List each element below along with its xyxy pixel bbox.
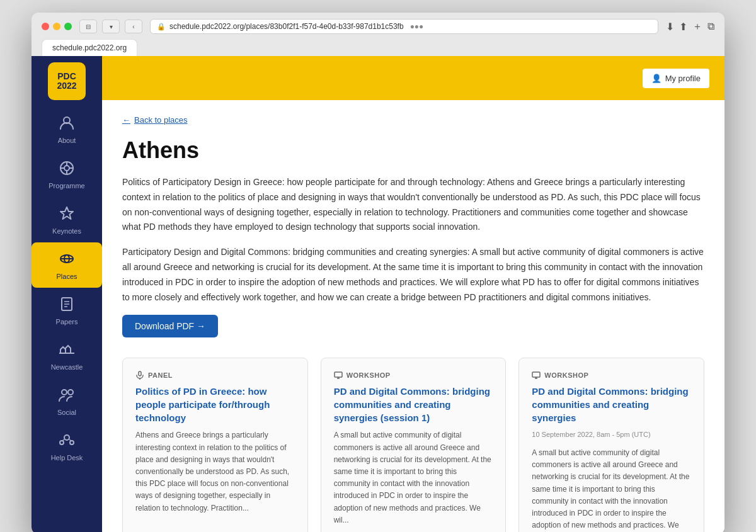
traffic-lights: [42, 23, 72, 30]
sidebar-item-newcastle-label: Newcastle: [51, 363, 83, 371]
monitor-icon-3: [532, 371, 541, 380]
sidebar-logo[interactable]: PDC 2022: [48, 62, 86, 100]
back-btn[interactable]: ‹: [125, 20, 142, 33]
browser-tabs: schedule.pdc2022.org: [42, 39, 714, 56]
sidebar-item-places-label: Places: [56, 273, 77, 280]
back-to-places-link[interactable]: ← Back to places: [122, 115, 704, 125]
traffic-light-minimize[interactable]: [53, 23, 60, 30]
page-title: Athens: [122, 137, 704, 164]
about-icon: [58, 114, 76, 134]
session-type-1: PANEL: [135, 371, 295, 380]
sidebar-item-helpdesk[interactable]: Help Desk: [32, 424, 102, 469]
description-2: Participatory Design and Digital Commons…: [122, 245, 704, 305]
sidebar-item-programme-label: Programme: [49, 182, 84, 190]
tabs-icon[interactable]: ⧉: [707, 21, 714, 32]
svg-point-15: [62, 390, 67, 395]
traffic-light-close[interactable]: [42, 23, 49, 30]
my-profile-label: My profile: [665, 74, 701, 83]
papers-icon: [58, 295, 76, 315]
person-icon: 👤: [651, 74, 662, 83]
microphone-icon: [135, 371, 144, 380]
session-type-3: WORKSHOP: [532, 371, 691, 380]
session-type-label-1: PANEL: [148, 371, 173, 379]
main-content: ← Back to places Athens Politics of Part…: [102, 100, 724, 532]
traffic-light-fullscreen[interactable]: [64, 23, 72, 30]
arrow-left-icon: ←: [122, 115, 130, 125]
session-title-2[interactable]: PD and Digital Commons: bridging communi…: [334, 385, 493, 424]
description-1: Politics of Participatory Design in Gree…: [122, 175, 704, 235]
sidebar-item-papers[interactable]: Papers: [32, 288, 102, 333]
active-tab[interactable]: schedule.pdc2022.org: [42, 39, 137, 56]
sidebar: PDC 2022 About: [32, 56, 102, 532]
browser-window: ⊟ ▾ ‹ 🔒 schedule.pdc2022.org/places/83b0…: [32, 13, 724, 532]
download-pdf-button[interactable]: Download PDF →: [122, 315, 218, 337]
session-type-label-3: WORKSHOP: [544, 371, 588, 379]
sidebar-toggle-btn[interactable]: ⊟: [79, 20, 97, 33]
sidebar-item-newcastle[interactable]: Newcastle: [32, 333, 102, 378]
chevron-dropdown-btn[interactable]: ▾: [102, 20, 120, 33]
session-card-1: PANEL Politics of PD in Greece: how peop…: [122, 358, 308, 532]
session-type-label-2: WORKSHOP: [346, 371, 391, 379]
logo-text: PDC 2022: [57, 72, 76, 91]
my-profile-button[interactable]: 👤 My profile: [643, 69, 709, 88]
programme-icon: [58, 159, 76, 179]
svg-point-19: [60, 441, 64, 444]
places-icon: [58, 250, 76, 270]
svg-line-21: [69, 439, 71, 441]
svg-point-18: [70, 441, 74, 444]
session-card-2: WORKSHOP PD and Digital Commons: bridgin…: [321, 358, 507, 532]
sidebar-item-social-label: Social: [57, 409, 76, 416]
sidebar-item-helpdesk-label: Help Desk: [51, 454, 83, 461]
sidebar-item-programme[interactable]: Programme: [32, 152, 102, 197]
svg-rect-35: [532, 372, 540, 377]
social-icon: [58, 386, 76, 406]
new-tab-icon[interactable]: ＋: [692, 20, 702, 33]
svg-point-17: [64, 435, 69, 440]
session-title-1[interactable]: Politics of PD in Greece: how people par…: [135, 385, 295, 424]
url-text: schedule.pdc2022.org/places/83b0f2f1-f57…: [169, 22, 404, 31]
session-title-3[interactable]: PD and Digital Commons: bridging communi…: [532, 385, 691, 424]
newcastle-icon: [58, 341, 76, 361]
session-desc-1: Athens and Greece brings a particularly …: [135, 429, 295, 532]
svg-point-2: [64, 166, 69, 171]
keynotes-icon: [58, 205, 76, 225]
download-icon[interactable]: ⬇: [666, 21, 674, 33]
download-btn-label: Download PDF →: [135, 321, 205, 331]
svg-line-20: [62, 439, 64, 441]
sidebar-item-about-label: About: [58, 137, 76, 144]
svg-point-16: [68, 390, 73, 395]
svg-rect-22: [139, 371, 141, 376]
sidebar-item-keynotes[interactable]: Keynotes: [32, 197, 102, 242]
sidebar-item-about[interactable]: About: [32, 106, 102, 152]
sessions-grid: PANEL Politics of PD in Greece: how peop…: [122, 358, 704, 532]
header: 👤 My profile: [102, 56, 724, 100]
main-area: 👤 My profile ← Back to places Athens Pol…: [102, 56, 724, 532]
session-type-2: WORKSHOP: [334, 371, 493, 380]
helpdesk-icon: [58, 431, 76, 451]
share-icon[interactable]: ⬆: [679, 21, 687, 33]
svg-rect-28: [335, 372, 342, 377]
session-desc-3: A small but active community of digital …: [532, 447, 691, 532]
sidebar-item-keynotes-label: Keynotes: [52, 227, 81, 235]
address-bar[interactable]: 🔒 schedule.pdc2022.org/places/83b0f2f1-f…: [150, 19, 658, 34]
monitor-icon-2: [334, 371, 343, 380]
session-desc-2: A small but active community of digital …: [334, 429, 493, 532]
back-link-label: Back to places: [134, 115, 188, 125]
lock-icon: 🔒: [157, 23, 166, 31]
session-card-3: WORKSHOP PD and Digital Commons: bridgin…: [518, 358, 704, 532]
app-layout: PDC 2022 About: [32, 56, 724, 532]
sidebar-item-places[interactable]: Places: [32, 242, 102, 288]
more-icon: ●●●: [410, 22, 424, 31]
sidebar-item-papers-label: Papers: [56, 318, 78, 325]
session-date-3: 10 September 2022, 8am - 5pm (UTC): [532, 429, 691, 441]
browser-chrome: ⊟ ▾ ‹ 🔒 schedule.pdc2022.org/places/83b0…: [32, 13, 724, 56]
browser-actions: ⬇ ⬆ ＋ ⧉: [666, 20, 714, 33]
sidebar-item-social[interactable]: Social: [32, 378, 102, 424]
browser-controls: ⊟ ▾ ‹: [79, 20, 142, 33]
